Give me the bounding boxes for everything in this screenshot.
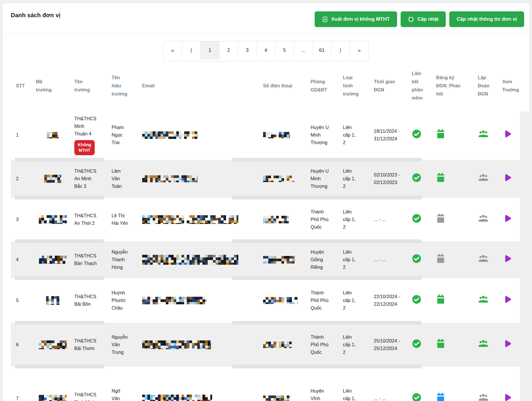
pagination-first[interactable]: « <box>163 41 182 59</box>
school-name: TH&THCS Minh Thuận 4 <box>74 115 99 138</box>
check-circle-icon[interactable] <box>412 213 422 223</box>
calendar-icon[interactable] <box>436 393 445 401</box>
cell-assessment-period: 02/10/2023 - 02/12/2023 <box>371 160 409 198</box>
cell-school-code <box>34 278 72 323</box>
col-header-stt: STT <box>11 61 34 110</box>
cell-school-type: Liên cấp 1, 2 <box>341 198 371 241</box>
cell-email <box>140 241 261 278</box>
cell-phone <box>261 323 308 367</box>
cell-stt: 6 <box>11 323 34 367</box>
check-circle-icon[interactable] <box>412 173 422 183</box>
units-card: Danh sách đơn vị Xuất đơn vị không MTHT <box>2 3 530 401</box>
excel-file-icon <box>322 16 328 22</box>
play-icon[interactable] <box>502 339 512 348</box>
table-header-row: STTMã trườngTên trườngTên hiệu trưởngEma… <box>11 61 525 110</box>
cell-register-dgn <box>434 367 475 401</box>
check-circle-icon[interactable] <box>412 393 422 401</box>
play-icon[interactable] <box>502 295 512 304</box>
cell-create-dgn-team <box>475 198 500 241</box>
refresh-button-label: Cập nhật <box>418 16 439 22</box>
redacted-text <box>142 395 212 401</box>
pagination-page-4[interactable]: 4 <box>257 41 275 59</box>
cell-department: Huyện U Minh Thượng <box>308 110 341 160</box>
redacted-text <box>142 297 207 304</box>
pagination-page-5[interactable]: 5 <box>275 41 294 59</box>
redacted-text <box>46 296 59 305</box>
team-users-icon[interactable] <box>478 130 489 138</box>
school-name: TH&THCS Bãi Thơm <box>74 337 99 352</box>
export-no-mtht-button[interactable]: Xuất đơn vị không MTHT <box>315 11 397 27</box>
cell-create-dgn-team <box>475 241 500 278</box>
school-name: TH&THCS Bãi Bồn <box>74 293 99 308</box>
cell-department: Thành Phố Phú Quốc <box>308 323 341 367</box>
play-icon[interactable] <box>502 173 512 182</box>
table-row: 2TH&THCS An Minh Bắc 3Lâm Văn ToànHuyện … <box>11 160 525 198</box>
pagination-next[interactable]: ⟩ <box>331 41 350 59</box>
col-header-xem: Xem Trường <box>500 61 525 110</box>
pagination-page-3[interactable]: 3 <box>238 41 257 59</box>
school-name: TH&THCS An Thới 2 <box>74 212 99 227</box>
calendar-icon[interactable] <box>436 213 445 223</box>
check-circle-icon[interactable] <box>412 254 422 264</box>
cell-register-dgn <box>434 323 475 367</box>
redacted-text <box>142 255 238 265</box>
check-circle-icon[interactable] <box>412 129 422 139</box>
export-button-label: Xuất đơn vị không MTHT <box>331 16 390 22</box>
cell-phone <box>261 367 308 401</box>
table-row: 4TH&THCS Bàn ThạchNguyễn Thanh HùngHuyện… <box>11 241 525 278</box>
cell-principal-name: Lâm Văn Toàn <box>109 160 140 198</box>
redacted-text <box>263 395 291 401</box>
play-icon[interactable] <box>502 214 512 223</box>
team-users-icon[interactable] <box>478 339 489 348</box>
pagination-prev[interactable]: ⟨ <box>182 41 201 59</box>
cell-school-name: TH&THCS Bình Minh <box>72 367 109 401</box>
calendar-icon[interactable] <box>436 129 445 139</box>
calendar-icon[interactable] <box>436 173 445 183</box>
update-unit-info-button[interactable]: Cập nhật thông tin đơn vị <box>449 11 524 27</box>
cell-principal-name: Phạm Ngọc Trai <box>109 110 140 160</box>
check-circle-icon[interactable] <box>412 339 422 349</box>
refresh-button[interactable]: Cập nhật <box>401 11 446 27</box>
play-icon[interactable] <box>502 254 512 263</box>
team-users-icon[interactable] <box>478 393 489 401</box>
col-header-tg: Thời gian ĐGN <box>371 61 409 110</box>
pagination-ellipsis: ... <box>294 41 313 59</box>
pagination: «⟨12345...61⟩» <box>163 41 369 61</box>
pagination-last[interactable]: » <box>350 41 369 59</box>
pagination-page-2[interactable]: 2 <box>219 41 238 59</box>
calendar-icon[interactable] <box>436 339 445 349</box>
check-circle-icon[interactable] <box>412 294 422 304</box>
table-row: 7TH&THCS Bình MinhNgô Văn TrungHuyện Vĩn… <box>11 367 525 401</box>
cell-school-name: TH&THCS An Thới 2 <box>72 198 109 241</box>
play-icon[interactable] <box>502 393 512 401</box>
col-header-lk: Liên kết phần mềm <box>409 61 434 110</box>
units-table: STTMã trườngTên trườngTên hiệu trưởngEma… <box>11 61 525 401</box>
team-users-icon[interactable] <box>478 254 489 263</box>
col-header-hieu: Tên hiệu trưởng <box>109 61 140 110</box>
team-users-icon[interactable] <box>478 295 489 304</box>
pagination-page-61[interactable]: 61 <box>313 41 331 59</box>
play-icon[interactable] <box>502 129 512 139</box>
pagination-page-1[interactable]: 1 <box>201 41 219 59</box>
table-row: 1TH&THCS Minh Thuận 4Không MTHTPhạm Ngọc… <box>11 110 525 160</box>
school-name: TH&THCS An Minh Bắc 3 <box>74 167 99 190</box>
cell-email <box>140 323 261 367</box>
team-users-icon[interactable] <box>478 173 489 182</box>
redacted-text <box>263 297 297 304</box>
col-header-ten: Tên trường <box>72 61 109 110</box>
redacted-text <box>44 175 61 183</box>
calendar-icon[interactable] <box>436 254 445 264</box>
redacted-text <box>47 132 59 138</box>
cell-email <box>140 278 261 323</box>
no-mtht-badge: Không MTHT <box>74 140 95 155</box>
calendar-icon[interactable] <box>436 294 445 304</box>
team-users-icon[interactable] <box>478 214 489 223</box>
cell-school-type: Liên cấp 1, 2 <box>341 278 371 323</box>
update-info-button-label: Cập nhật thông tin đơn vị <box>457 16 517 22</box>
cell-school-type: Liên cấp 1, 2 <box>341 323 371 367</box>
cell-software-link <box>409 323 434 367</box>
cell-create-dgn-team <box>475 160 500 198</box>
cell-principal-name: Nguyễn Thanh Hùng <box>109 241 140 278</box>
cell-software-link <box>409 160 434 198</box>
cell-principal-name: Ngô Văn Trung <box>109 367 140 401</box>
